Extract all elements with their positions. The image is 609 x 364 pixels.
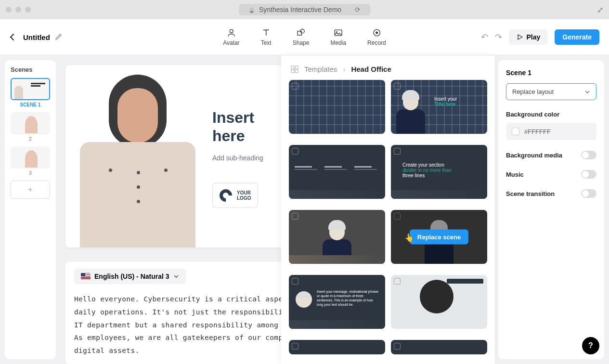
scene-label-3: 3 bbox=[9, 170, 52, 176]
svg-rect-9 bbox=[295, 66, 298, 69]
help-label: ? bbox=[588, 341, 593, 350]
replace-scene-label: Replace scene bbox=[417, 234, 461, 241]
browser-chrome: Synthesia Interactive Demo ⟳ ⤢ bbox=[0, 0, 609, 19]
scenes-sidebar: Scenes SCENE 1 2 3 + bbox=[5, 60, 56, 359]
svg-rect-1 bbox=[298, 31, 301, 35]
bg-color-input[interactable]: #FFFFFF bbox=[506, 123, 596, 140]
generate-button[interactable]: Generate bbox=[555, 29, 599, 45]
svg-rect-8 bbox=[291, 66, 294, 69]
chevron-down-icon bbox=[584, 89, 590, 95]
cursor-icon: 👆 bbox=[404, 233, 414, 242]
tpl-text: Insert your message, motivational phrase… bbox=[317, 289, 378, 307]
template-card-hover[interactable]: 👆 Replace scene bbox=[391, 210, 487, 264]
logo-icon bbox=[217, 187, 235, 205]
page-title: Synthesia Interactive Demo bbox=[259, 6, 341, 13]
templates-breadcrumb: Templates › Head Office bbox=[281, 55, 495, 80]
logo-line1: YOUR bbox=[237, 190, 251, 195]
refresh-icon[interactable]: ⟳ bbox=[355, 6, 361, 13]
language-label: English (US) - Natural 3 bbox=[94, 273, 169, 280]
grid-icon bbox=[291, 65, 298, 73]
play-button[interactable]: Play bbox=[509, 29, 548, 45]
tpl-text: three lines bbox=[402, 173, 473, 178]
template-card[interactable] bbox=[289, 145, 385, 199]
undo-button[interactable]: ↶ bbox=[481, 32, 488, 42]
redo-button[interactable]: ↷ bbox=[495, 32, 502, 42]
canvas-subheading[interactable]: Add sub-heading bbox=[212, 154, 263, 162]
transition-toggle[interactable] bbox=[581, 189, 596, 198]
template-card[interactable] bbox=[391, 340, 487, 354]
close-window[interactable] bbox=[6, 7, 12, 13]
text-tool[interactable]: Text bbox=[261, 28, 272, 46]
avatar-tool[interactable]: Avatar bbox=[223, 28, 239, 46]
scene-thumb-1[interactable] bbox=[11, 78, 50, 100]
language-select[interactable]: English (US) - Natural 3 bbox=[74, 269, 186, 284]
record-tool[interactable]: Record bbox=[367, 28, 386, 46]
scenes-heading: Scenes bbox=[9, 66, 52, 73]
media-tool[interactable]: Media bbox=[330, 28, 346, 46]
media-tool-label: Media bbox=[330, 39, 346, 46]
logo-placeholder[interactable]: YOUR LOGO bbox=[212, 183, 258, 208]
template-card[interactable] bbox=[289, 80, 385, 134]
generate-label: Generate bbox=[562, 33, 592, 41]
edit-title-icon[interactable] bbox=[55, 33, 63, 41]
play-icon bbox=[517, 34, 523, 40]
play-label: Play bbox=[526, 33, 540, 41]
avatar-figure[interactable] bbox=[75, 75, 200, 247]
template-card[interactable]: Insert your message, motivational phrase… bbox=[289, 275, 385, 329]
properties-panel: Scene 1 Replace layout Background color … bbox=[498, 60, 604, 359]
chevron-down-icon bbox=[173, 273, 179, 279]
template-card[interactable] bbox=[289, 210, 385, 264]
add-scene-button[interactable]: + bbox=[11, 181, 50, 199]
avatar-tool-label: Avatar bbox=[223, 39, 239, 46]
music-label: Music bbox=[506, 171, 524, 178]
scene-label-2: 2 bbox=[9, 136, 52, 142]
bg-media-label: Background media bbox=[506, 152, 562, 159]
address-bar[interactable]: Synthesia Interactive Demo ⟳ bbox=[239, 4, 370, 15]
svg-rect-11 bbox=[295, 70, 298, 73]
app-toolbar: Untitled Avatar Text Shape Media bbox=[0, 19, 609, 55]
layout-select-label: Replace layout bbox=[512, 88, 554, 95]
music-toggle[interactable] bbox=[581, 170, 596, 179]
template-card[interactable] bbox=[289, 340, 385, 354]
bg-media-toggle[interactable] bbox=[581, 151, 596, 159]
logo-line2: LOGO bbox=[237, 195, 251, 201]
transition-label: Scene transition bbox=[506, 190, 555, 197]
color-swatch bbox=[512, 128, 519, 135]
text-tool-label: Text bbox=[261, 39, 272, 46]
flag-us-icon bbox=[81, 273, 91, 280]
svg-rect-10 bbox=[291, 70, 294, 73]
svg-point-0 bbox=[230, 29, 233, 33]
maximize-window[interactable] bbox=[25, 7, 31, 13]
scene-thumb-3[interactable] bbox=[11, 146, 50, 169]
shape-tool-label: Shape bbox=[293, 39, 310, 46]
bg-color-value: #FFFFFF bbox=[524, 128, 551, 135]
templates-panel: Templates › Head Office Insert your Titl… bbox=[281, 55, 495, 364]
minimize-window[interactable] bbox=[15, 7, 21, 13]
lock-icon bbox=[248, 6, 255, 13]
document-title[interactable]: Untitled bbox=[23, 33, 50, 41]
template-card[interactable]: Insert your Title here bbox=[391, 80, 487, 134]
canvas-title-l1: Insert bbox=[212, 108, 254, 127]
canvas-title-l2: here bbox=[212, 127, 254, 145]
bg-color-label: Background color bbox=[506, 111, 596, 118]
help-button[interactable]: ? bbox=[582, 337, 599, 354]
tpl-text: Create your section bbox=[402, 162, 473, 168]
scene-thumb-2[interactable] bbox=[11, 112, 50, 134]
expand-icon[interactable]: ⤢ bbox=[597, 5, 603, 14]
tpl-text: divider in no more than bbox=[402, 168, 452, 173]
scene-label-1: SCENE 1 bbox=[9, 102, 52, 107]
back-button[interactable] bbox=[10, 33, 14, 41]
template-card[interactable]: Create your section divider in no more t… bbox=[391, 145, 487, 199]
template-card[interactable] bbox=[391, 275, 487, 329]
canvas-title[interactable]: Insert here bbox=[212, 108, 254, 145]
window-controls bbox=[6, 7, 31, 13]
tpl-text: Title here bbox=[434, 102, 457, 107]
breadcrumb-root[interactable]: Templates bbox=[304, 65, 337, 73]
tpl-text: Insert your bbox=[434, 96, 457, 102]
chevron-right-icon: › bbox=[343, 65, 345, 73]
scene-heading: Scene 1 bbox=[506, 69, 596, 77]
svg-point-6 bbox=[376, 32, 378, 34]
replace-scene-button[interactable]: Replace scene bbox=[410, 230, 468, 245]
layout-select[interactable]: Replace layout bbox=[506, 83, 596, 100]
shape-tool[interactable]: Shape bbox=[293, 28, 310, 46]
